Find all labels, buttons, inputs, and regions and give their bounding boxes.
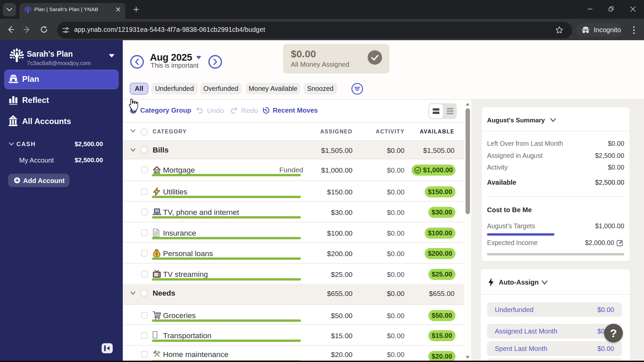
svg-text:$: $ <box>156 252 158 256</box>
